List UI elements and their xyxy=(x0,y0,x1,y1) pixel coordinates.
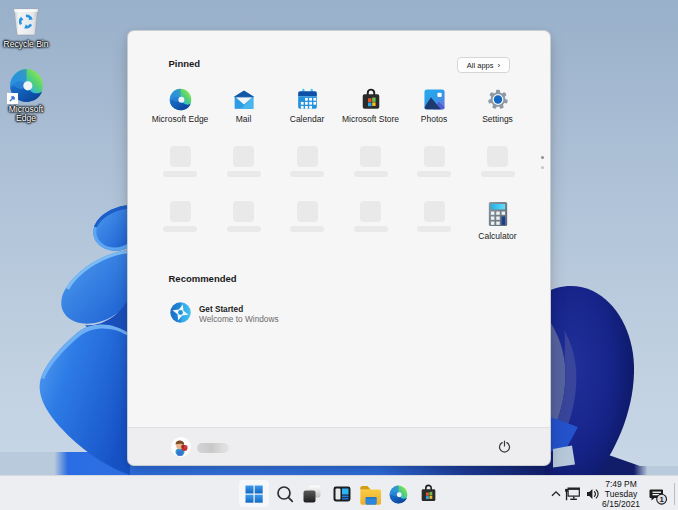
svg-text:1: 1 xyxy=(659,495,664,504)
